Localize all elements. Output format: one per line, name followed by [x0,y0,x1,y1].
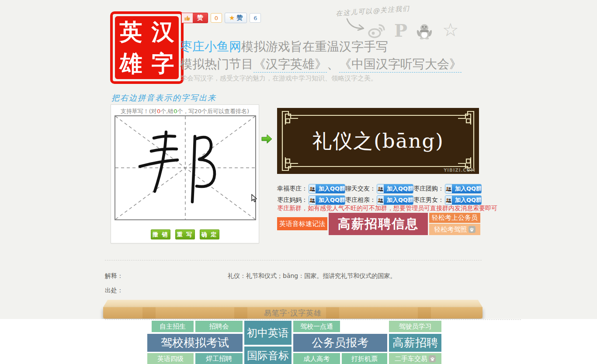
watermark: YIBIZI.COM [444,168,476,173]
seal-inner: 英 汉 雄 字 [115,16,179,79]
qq-group-icon [445,196,452,205]
show-link-dictation-contest[interactable]: 《中国汉字听写大会》 [339,57,462,73]
qq-group-icon [377,184,384,193]
shelf-brand-text: 易笔字·汉字英雄 [264,308,322,318]
banner-civil-servant[interactable]: 轻松考上公务员 [429,213,480,223]
join-qq-button[interactable]: 加入QQ群 [445,195,482,205]
qq-group-label: 枣庄相亲： [345,196,376,204]
nav-tile-dazhejipiao[interactable]: 打折机票 [342,353,387,364]
subtitle-prefix: 模拟热门节目 [180,57,253,71]
qq-group: 幸福枣庄： 加入QQ群 [277,184,345,194]
qq-group-icon [445,184,452,193]
seal-char-bl: 雄 [115,48,147,79]
next-arrow-icon [261,134,273,144]
subtitle-separator: 、 [327,57,339,71]
confirm-button[interactable]: 确 定 [200,229,219,239]
nav-tile-ershouchejiaoyi[interactable]: 二手车交易 [389,353,441,364]
canvas-button-row: 撤 销 重 写 确 定 [111,229,259,239]
rice-grid-and-strokes [115,116,255,219]
qq-row-1: 幸福枣庄： 加入QQ群 聊天交友： 加入QQ群 枣庄团购： 加入QQ群 [277,184,482,194]
handwriting-panel: 支持草写！(对0个,错0个，写20个后可以查看排名) [111,104,259,243]
seal-char-tl: 英 [115,16,147,48]
join-qq-button[interactable]: 加入QQ群 [309,184,345,194]
nav-tile-guojiyinbiao[interactable]: 国际音标 [244,347,292,364]
join-qq-button[interactable]: 加入QQ群 [377,195,413,205]
praise-label: 赞 [236,14,243,22]
qq-row-2: 枣庄妈妈： 加入QQ群 枣庄相亲： 加入QQ群 枣庄男女： 加入QQ群 [277,195,482,205]
qq-group-icon [309,196,316,205]
join-qq-button[interactable]: 加入QQ群 [445,184,482,194]
definition-content: 礼仪：礼节和仪式；bāng：国家。指讲究礼节和仪式的国家。 [228,272,396,280]
qq-group-label: 聊天交友： [345,185,376,193]
nav-tile-zizhuzhaosheng[interactable]: 自主招生 [152,321,194,332]
follow-arrow-icon [344,17,368,34]
qzone-star-icon[interactable]: ☆ [442,19,459,41]
title-rest: 模拟游戏旨在重温汉字手写 [241,39,388,54]
seal-char-tr: 汉 [147,16,179,48]
praise-count: 6 [250,13,261,23]
join-qq-button[interactable]: 加入QQ群 [377,184,413,194]
thumb-up-icon [181,13,193,23]
qq-group-label: 枣庄妈妈： [277,196,308,204]
handwriting-canvas[interactable] [115,115,256,220]
shelf-top-face [103,300,482,307]
undo-button[interactable]: 撤 销 [151,229,170,239]
nav-tile-yingyusiji[interactable]: 英语四级 [147,353,194,364]
join-qq-button[interactable]: 加入QQ群 [309,195,345,205]
qq-group-label: 枣庄团购： [413,185,444,193]
wooden-shelf: 易笔字·汉字英雄 [103,300,482,319]
site-link[interactable]: 枣庄小鱼网 [180,39,241,54]
tagline: 学会写汉字，感受文字的魅力，在游戏中学习知识、领略汉字之美。 [180,74,377,83]
shelf-front-face: 易笔字·汉字英雄 [103,307,482,319]
paw-icon [429,355,436,362]
banner-phonetics[interactable]: 英语音标速记法 [277,217,327,230]
qq-group: 枣庄团购： 加入QQ群 [413,184,482,194]
character-prompt-plaque: 礼仪之(bāng) YIBIZI.COM [277,108,479,174]
show-link-hanzi-hero[interactable]: 《汉字英雄》 [253,57,327,73]
qq-group: 聊天交友： 加入QQ群 [345,184,413,194]
qq-penguin-icon[interactable] [415,22,434,40]
sina-weibo-icon[interactable] [367,22,387,39]
separator-dashed [105,260,482,260]
drawn-character-bang [140,132,215,202]
nav-tile-jiashiyuanxuexi[interactable]: 驾驶员学习 [389,321,441,332]
praise-star-icon: ★ [229,15,235,21]
seal-char-br: 字 [147,48,179,79]
nav-tile-chuzhongyingyu[interactable]: 初中英语 [244,321,292,345]
pengyou-icon[interactable]: P [394,20,407,41]
qq-group: 枣庄相亲： 加入QQ群 [345,195,413,205]
site-seal-logo: 英 汉 雄 字 [110,11,184,84]
nav-tile-chengrengaokao[interactable]: 成人高考 [293,353,340,364]
nav-tile-zhaopinhui[interactable]: 招聘会 [195,321,243,332]
page: 英 汉 雄 字 赞 0 ★ 赞 6 在这儿可以@关注我们 P [0,0,597,364]
like-button[interactable]: 赞 [181,13,208,23]
like-label: 赞 [193,13,208,23]
nav-tile-gaoxinzhaopin[interactable]: 高薪招聘 [389,334,441,352]
qq-group-label: 枣庄男女： [413,196,444,204]
wrong-count: 0 [174,108,177,114]
like-toolbar: 赞 0 ★ 赞 6 [181,12,261,24]
nav-tile-hangongzhaopin[interactable]: 焊工招聘 [195,353,243,364]
praise-button[interactable]: ★ 赞 [225,13,247,23]
separator-dashed [105,319,521,320]
paw-icon [469,226,476,233]
banner-drivers-license[interactable]: 轻松考驾照 [429,224,480,235]
definition-label: 解释： [105,272,123,280]
qq-group: 枣庄妈妈： 加入QQ群 [277,195,345,205]
rewrite-button[interactable]: 重 写 [175,229,195,239]
qq-group-label: 幸福枣庄： [277,185,308,193]
prompt-text: 礼仪之(bāng) [277,108,479,174]
qq-group-icon [309,184,316,193]
follow-us-note: 在这儿可以@关注我们 [336,4,410,18]
like-count: 0 [211,13,222,23]
nav-tile-jiaxiaoyidiantong[interactable]: 驾校一点通 [293,321,340,332]
nav-tile-jiaxiaomonikaoshi[interactable]: 驾校模拟考试 [147,334,243,352]
page-title: 枣庄小鱼网模拟游戏旨在重温汉字手写 [180,38,388,55]
nav-tile-gongwuyuanbaokao[interactable]: 公务员报考 [293,334,387,352]
practice-status: 支持草写！(对0个,错0个，写20个后可以查看排名) [111,107,259,115]
page-subtitle: 模拟热门节目《汉字英雄》、《中国汉字听写大会》 [180,56,462,73]
qq-group: 枣庄男女： 加入QQ群 [413,195,482,205]
banner-jobs[interactable]: 高薪招聘信息 [329,213,428,235]
correct-count: 0 [157,108,160,114]
qq-notice: 枣庄新群，如有感觉人气不旺的可不加群，想要管理员可直接群内发消息索要即可 [277,205,497,212]
